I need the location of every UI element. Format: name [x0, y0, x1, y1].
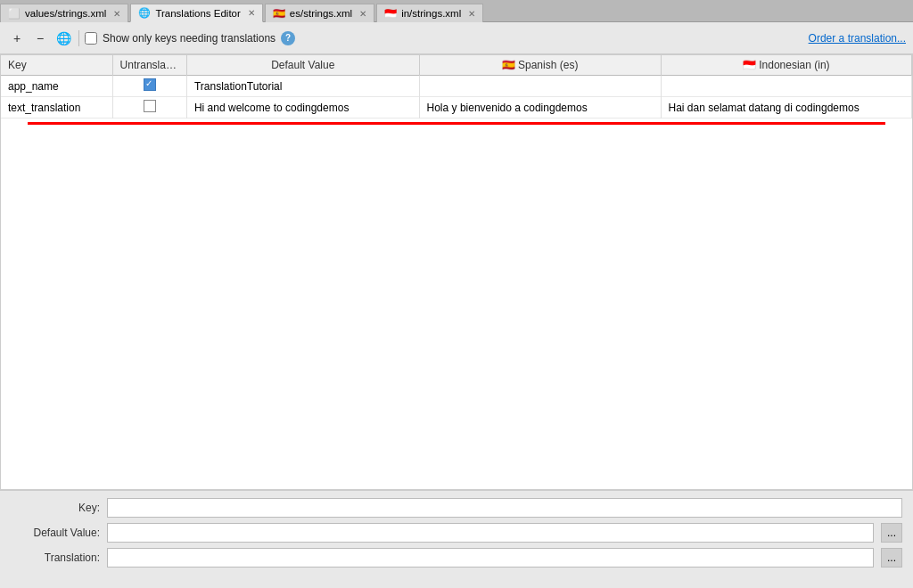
toolbar-separator — [78, 30, 79, 46]
key-input[interactable] — [107, 498, 902, 518]
tab-label: values/strings.xml — [25, 8, 106, 19]
help-icon[interactable]: ? — [281, 31, 295, 45]
translation-form-row: Translation: ... — [11, 548, 902, 568]
cell-spanish-text-translation: Hola y bienvenido a codingdemos — [419, 97, 661, 118]
col-header-spanish: 🇪🇸 Spanish (es) — [419, 55, 661, 76]
tab-translations-editor[interactable]: 🌐 Translations Editor ✕ — [130, 4, 262, 22]
tab-close-es-strings[interactable]: ✕ — [359, 9, 366, 19]
col-spanish-label: Spanish (es) — [518, 59, 578, 71]
tab-label: es/strings.xml — [290, 8, 352, 19]
default-value-input[interactable] — [107, 523, 874, 543]
col-header-indonesian: 🇮🇩 Indonesian (in) — [661, 55, 911, 76]
default-value-dots-button[interactable]: ... — [881, 523, 902, 543]
cell-indonesian-app-name — [661, 76, 911, 97]
col-indonesian-label: Indonesian (in) — [759, 59, 829, 71]
translation-form-label: Translation: — [11, 551, 100, 564]
checkbox-label-text: Show only keys needing translations — [103, 32, 276, 45]
cell-default-text-translation: Hi and welcome to codingdemos — [186, 97, 419, 118]
cell-untrans-text-translation[interactable] — [112, 97, 186, 118]
key-form-row: Key: — [11, 498, 902, 518]
cell-untrans-app-name[interactable] — [112, 76, 186, 97]
cell-indonesian-text-translation: Hai dan selamat datang di codingdemos — [661, 97, 911, 118]
col-header-default: Default Value — [186, 55, 419, 76]
key-form-label: Key: — [11, 502, 100, 514]
cell-spanish-app-name — [419, 76, 661, 97]
flag-in-icon: 🇮🇩 — [384, 7, 397, 20]
flag-spanish-icon: 🇪🇸 — [502, 59, 515, 71]
flag-indonesian-icon: 🇮🇩 — [743, 59, 756, 71]
bottom-panel: Key: Default Value: ... Translation: ... — [0, 490, 913, 588]
table-header-row: Key Untranslata... Default Value 🇪🇸 Span… — [1, 55, 912, 76]
tab-close-translations-editor[interactable]: ✕ — [248, 8, 255, 18]
tab-in-strings[interactable]: 🇮🇩 in/strings.xml ✕ — [376, 4, 483, 22]
translation-input[interactable] — [107, 548, 874, 568]
col-header-untranslated: Untranslata... — [112, 55, 186, 76]
tab-bar: ⬜ values/strings.xml ✕ 🌐 Translations Ed… — [0, 0, 913, 22]
table-row[interactable]: text_translation Hi and welcome to codin… — [1, 97, 912, 118]
translations-icon: 🌐 — [138, 7, 151, 19]
translation-dots-button[interactable]: ... — [881, 548, 902, 568]
untranslated-checkbox-app-name[interactable] — [144, 78, 156, 91]
main-content: Key Untranslata... Default Value 🇪🇸 Span… — [0, 54, 913, 490]
globe-button[interactable]: 🌐 — [53, 29, 73, 48]
tab-label: Translations Editor — [155, 8, 240, 19]
cell-key-text-translation: text_translation — [1, 97, 112, 118]
toolbar: + − 🌐 Show only keys needing translation… — [0, 22, 913, 54]
show-only-needing-label[interactable]: Show only keys needing translations — [85, 32, 276, 45]
remove-key-button[interactable]: − — [30, 29, 50, 48]
tab-close-values-strings[interactable]: ✕ — [113, 9, 120, 19]
xml-file-icon: ⬜ — [8, 8, 21, 20]
tab-label: in/strings.xml — [401, 8, 461, 19]
show-only-needing-checkbox[interactable] — [85, 32, 97, 45]
translations-table: Key Untranslata... Default Value 🇪🇸 Span… — [1, 55, 912, 118]
cell-default-app-name: TranslationTutorial — [186, 76, 419, 97]
order-translation-link[interactable]: Order a translation... — [809, 32, 906, 45]
add-key-button[interactable]: + — [7, 29, 27, 48]
tab-close-in-strings[interactable]: ✕ — [468, 9, 475, 19]
red-annotation-line — [28, 122, 885, 125]
table-row[interactable]: app_name TranslationTutorial — [1, 76, 912, 97]
tab-values-strings[interactable]: ⬜ values/strings.xml ✕ — [0, 4, 128, 22]
default-value-form-label: Default Value: — [11, 527, 100, 539]
tab-es-strings[interactable]: 🇪🇸 es/strings.xml ✕ — [265, 4, 374, 22]
cell-key-app-name: app_name — [1, 76, 112, 97]
default-value-form-row: Default Value: ... — [11, 523, 902, 543]
untranslated-checkbox-text-translation[interactable] — [144, 100, 156, 112]
col-header-key: Key — [1, 55, 112, 76]
flag-es-icon: 🇪🇸 — [273, 7, 285, 20]
